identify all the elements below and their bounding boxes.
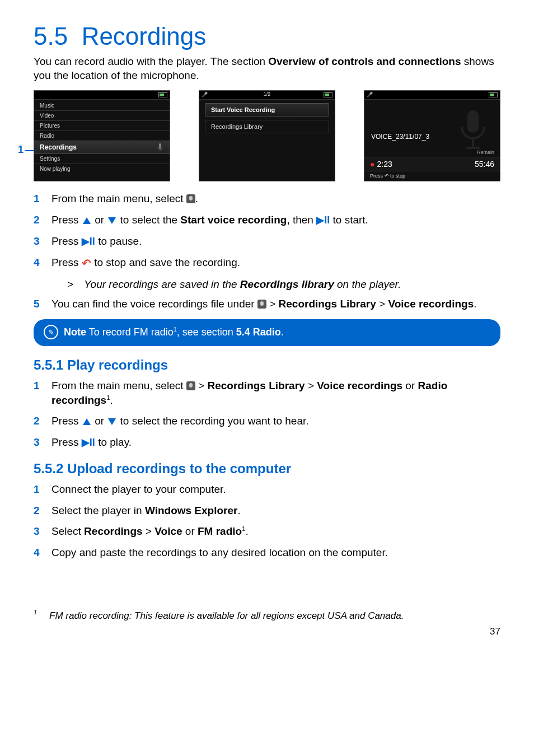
subsection-title: 5.5.1 Play recordings	[34, 357, 500, 373]
microphone-icon	[186, 381, 195, 390]
back-icon: ↶	[385, 173, 389, 179]
menu-item-selected: Recordings	[34, 141, 170, 154]
remain-time: 55:46	[475, 160, 494, 169]
menu-item: Settings	[34, 154, 170, 164]
step-text: You can find the voice recordings file u…	[51, 297, 500, 311]
device-screen-main-menu: Music Video Pictures Radio Recordings Se…	[34, 90, 170, 181]
microphone-icon	[156, 143, 164, 151]
down-arrow-icon	[108, 418, 116, 425]
play-pause-icon: ▶II	[82, 436, 95, 449]
step-text: From the main menu, select .	[51, 192, 500, 206]
page-number: 37	[34, 626, 500, 637]
step-text: Select Recordings > Voice or FM radio1.	[51, 524, 500, 539]
microphone-icon	[257, 300, 266, 309]
result-note: > Your recordings are saved in the Recor…	[67, 278, 500, 292]
intro-text: You can record audio with the player. Th…	[34, 55, 500, 82]
recording-filename: VOICE_23/11/07_3	[371, 133, 429, 141]
note-callout: ✎ Note To record FM radio1, see section …	[34, 319, 500, 346]
menu-item: Now playing	[34, 164, 170, 174]
up-arrow-icon	[83, 217, 91, 224]
callout-1: 1	[18, 144, 34, 156]
play-pause-icon: ▶II	[316, 213, 330, 227]
section-title: 5.5 Recordings	[34, 22, 500, 50]
play-pause-icon: ▶II	[82, 235, 95, 248]
remain-label: Remain	[477, 150, 494, 155]
svg-rect-0	[159, 143, 161, 148]
microphone-icon	[186, 194, 195, 203]
step-text: Select the player in Windows Explorer.	[51, 503, 500, 518]
subsection-title: 5.5.2 Upload recordings to the computer	[34, 461, 500, 477]
step-text: Press ▶II to play.	[51, 435, 500, 450]
page-counter: 1/2	[264, 91, 271, 97]
step-text: From the main menu, select > Recordings …	[51, 379, 500, 407]
menu-item: Radio	[34, 131, 170, 141]
step-text: Connect the player to your computer.	[51, 482, 500, 497]
note-icon: ✎	[44, 325, 58, 339]
step-text: Copy and paste the recordings to any des…	[51, 545, 500, 560]
step-text: Press ▶II to pause.	[51, 234, 500, 249]
device-screen-recording-in-progress: 🎤 VOICE_23/11/07_3 ●2:23 Remain 55:46 Pr…	[364, 90, 500, 181]
press-hint: Press ↶ to stop	[370, 173, 405, 179]
microphone-icon: 🎤	[202, 92, 208, 97]
battery-icon	[324, 92, 332, 97]
microphone-icon: 🎤	[367, 92, 373, 97]
menu-item: Music	[34, 101, 170, 110]
elapsed-time: 2:23	[377, 160, 392, 169]
device-screen-recordings-menu: 🎤 1/2 Start Voice Recording Recordings L…	[199, 90, 335, 181]
steps-play: 1From the main menu, select > Recordings…	[34, 379, 500, 450]
step-text: Press ↶ to stop and save the recording.	[51, 255, 500, 270]
steps-main-continued: 5You can find the voice recordings file …	[34, 297, 500, 311]
device-screenshots: 1 Music Video Pictures Radio Recordings …	[34, 90, 500, 181]
record-indicator-icon: ●	[370, 160, 374, 169]
menu-item: Pictures	[34, 121, 170, 130]
option-start-voice-recording: Start Voice Recording	[205, 103, 329, 116]
battery-icon	[158, 92, 167, 97]
svg-rect-2	[467, 110, 479, 133]
option-recordings-library: Recordings Library	[205, 120, 329, 133]
back-icon: ↶	[82, 256, 91, 271]
step-text: Press or to select the recording you wan…	[51, 414, 500, 428]
up-arrow-icon	[83, 418, 91, 425]
steps-upload: 1Connect the player to your computer. 2S…	[34, 482, 500, 560]
footnote: 1 FM radio recording: This feature is av…	[34, 610, 500, 622]
battery-icon	[489, 92, 498, 97]
menu-item: Video	[34, 111, 170, 120]
steps-main: 1From the main menu, select . 2Press or …	[34, 192, 500, 270]
down-arrow-icon	[108, 217, 116, 224]
microphone-graphic	[456, 108, 490, 152]
step-text: Press or to select the Start voice recor…	[51, 213, 500, 227]
